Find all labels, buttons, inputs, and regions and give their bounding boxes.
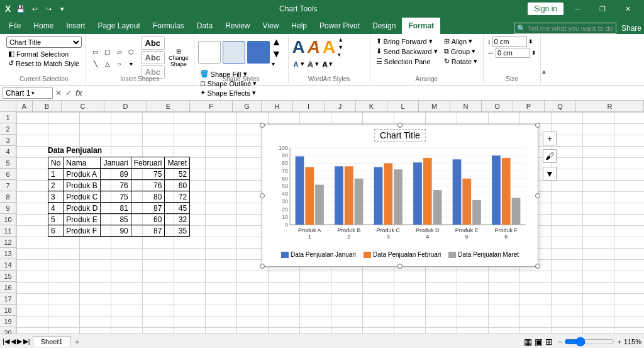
chart-add-element-btn[interactable]: + (543, 132, 557, 145)
col-header-a[interactable]: A (16, 101, 33, 111)
table-cell[interactable]: 52 (165, 169, 190, 180)
table-cell[interactable]: 45 (165, 203, 190, 214)
tab-page-layout[interactable]: Page Layout (91, 18, 146, 34)
col-header-b[interactable]: B (33, 101, 62, 111)
tab-file[interactable]: File (3, 18, 27, 34)
table-cell[interactable]: 87 (131, 225, 165, 237)
normal-view-btn[interactable]: ▦ (524, 337, 532, 347)
table-cell[interactable]: Produk B (64, 180, 101, 191)
tab-formulas[interactable]: Formulas (147, 18, 191, 34)
col-header-p[interactable]: P (513, 101, 545, 111)
shape-styles-more[interactable]: ▲ ▼ ▾ (272, 36, 282, 67)
row-header-9[interactable]: 9 (0, 203, 16, 214)
share-button[interactable]: Share (621, 24, 641, 33)
row-header-4[interactable]: 4 (0, 146, 16, 157)
tab-data[interactable]: Data (191, 18, 219, 34)
tab-help[interactable]: Help (285, 18, 313, 34)
height-input[interactable] (492, 36, 527, 47)
reset-match-btn[interactable]: ↺ Reset to Match Style (6, 59, 82, 68)
table-cell[interactable]: 60 (131, 214, 165, 225)
shape-effects-btn[interactable]: ✦ Shape Effects▾ (198, 88, 258, 98)
row-header-15[interactable]: 15 (0, 271, 16, 282)
name-box-arrow[interactable]: ▾ (31, 90, 35, 96)
insert-function-icon[interactable]: fx (75, 89, 82, 98)
table-cell[interactable]: 35 (165, 225, 190, 237)
text-outline-btn[interactable]: A ▾ (307, 59, 320, 69)
group-btn[interactable]: ⧉ Group▾ (442, 47, 479, 56)
ribbon-expand-btn[interactable]: ▲ (541, 35, 547, 84)
col-header-l[interactable]: L (387, 101, 419, 111)
row-header-11[interactable]: 11 (0, 225, 16, 237)
table-cell[interactable]: 4 (48, 203, 64, 214)
line-shape[interactable]: ╲ (90, 58, 101, 69)
prev-sheet-btn[interactable]: ◀ (11, 337, 16, 345)
handle-mr[interactable] (535, 193, 540, 198)
align-btn[interactable]: ⊞ Align▾ (442, 36, 479, 46)
abc-btn-2[interactable]: Abc (141, 51, 165, 64)
row-header-14[interactable]: 14 (0, 259, 16, 271)
table-cell[interactable]: 60 (165, 180, 190, 191)
rounded-rect-shape[interactable]: ▢ (102, 46, 113, 57)
abc-btn-1[interactable]: Abc (141, 36, 165, 50)
table-cell[interactable]: 5 (48, 214, 64, 225)
zoom-out-btn[interactable]: − (558, 338, 562, 345)
page-break-view-btn[interactable]: ⊞ (545, 337, 553, 347)
table-cell[interactable]: 89 (101, 169, 131, 180)
height-spinner[interactable]: ⬍ (528, 38, 533, 45)
minimize-button[interactable]: ─ (566, 0, 589, 18)
tab-home[interactable]: Home (27, 18, 60, 34)
table-cell[interactable]: 80 (131, 191, 165, 203)
table-cell[interactable]: 87 (131, 203, 165, 214)
shape-style-3[interactable] (247, 41, 270, 64)
col-header-i[interactable]: I (293, 101, 325, 111)
table-cell[interactable]: 1 (48, 169, 64, 180)
col-header-h[interactable]: H (262, 101, 293, 111)
tab-view[interactable]: View (257, 18, 286, 34)
row-header-12[interactable]: 12 (0, 237, 16, 248)
change-shape-btn[interactable]: ⊞ Change Shape (167, 47, 190, 69)
row-header-8[interactable]: 8 (0, 191, 16, 203)
shape-style-1[interactable] (198, 41, 221, 64)
name-box[interactable]: Chart 1 ▾ (3, 87, 53, 99)
col-header-j[interactable]: J (325, 101, 356, 111)
col-header-m[interactable]: M (419, 101, 450, 111)
rect-shape[interactable]: ▭ (90, 46, 101, 57)
chart-container[interactable]: Chart Title 0102030405060708090100Produk… (262, 125, 538, 267)
undo-qa-btn[interactable]: ↩ (28, 3, 41, 15)
format-selection-btn[interactable]: ◧ Format Selection (6, 49, 82, 59)
signin-button[interactable]: Sign in (528, 3, 564, 15)
zoom-slider[interactable] (564, 337, 614, 347)
tab-insert[interactable]: Insert (60, 18, 91, 34)
table-cell[interactable]: 76 (101, 180, 131, 191)
chart-element-dropdown[interactable]: Chart Title (6, 36, 82, 48)
col-header-e[interactable]: E (147, 101, 190, 111)
table-cell[interactable]: 75 (131, 169, 165, 180)
table-cell[interactable]: 75 (101, 191, 131, 203)
more-shapes[interactable]: ▾ (126, 58, 137, 69)
handle-tc[interactable] (397, 123, 402, 128)
chevron-shape[interactable]: ⬡ (126, 46, 137, 57)
wordart-a-blue[interactable]: A (292, 37, 305, 57)
row-header-10[interactable]: 10 (0, 214, 16, 225)
col-header-k[interactable]: K (356, 101, 387, 111)
wordart-a-orange[interactable]: A (308, 37, 320, 57)
handle-tl[interactable] (260, 123, 265, 128)
wordart-more[interactable]: ▲ ▼ ▾ (338, 36, 347, 58)
row-header-6[interactable]: 6 (0, 169, 16, 180)
last-sheet-btn[interactable]: ▶| (23, 337, 30, 345)
table-cell[interactable]: Produk D (64, 203, 101, 214)
add-sheet-btn[interactable]: + (71, 336, 84, 347)
handle-bl[interactable] (260, 264, 265, 269)
rotate-btn[interactable]: ↻ Rotate▾ (442, 57, 479, 66)
handle-bc[interactable] (397, 264, 402, 269)
customize-qa-btn[interactable]: ▾ (56, 3, 69, 15)
col-header-o[interactable]: O (482, 101, 513, 111)
col-header-f[interactable]: F (190, 101, 233, 111)
row-header-16[interactable]: 16 (0, 282, 16, 293)
sheet-tab-1[interactable]: Sheet1 (33, 336, 71, 347)
col-header-r[interactable]: R (576, 101, 644, 111)
search-box[interactable]: 🔍 Tell me what you want to do (514, 23, 616, 34)
bring-forward-btn[interactable]: ⬆ Bring Forward▾ (374, 36, 440, 46)
arrow-shape[interactable]: △ (102, 58, 113, 69)
row-header-7[interactable]: 7 (0, 180, 16, 191)
